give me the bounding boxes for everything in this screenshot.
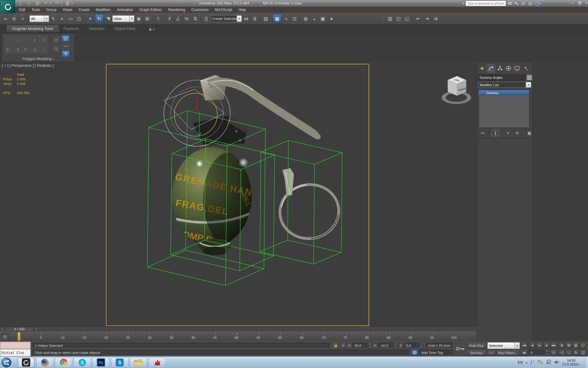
- start-button[interactable]: [1, 357, 12, 368]
- named-selection-sets-dropdown[interactable]: Create Selection Se ▼: [211, 15, 242, 22]
- close-button[interactable]: ×: [584, 1, 588, 5]
- tab-selection[interactable]: Selection: [84, 25, 109, 32]
- tab-motion[interactable]: [505, 65, 513, 72]
- go-to-start-button[interactable]: |◀◀: [521, 342, 528, 348]
- taskbar-photoshop-button[interactable]: Ps: [92, 357, 110, 368]
- search-expand-icon[interactable]: ▸: [463, 2, 464, 5]
- menu-item[interactable]: Tools: [29, 7, 43, 13]
- selection-set-combo[interactable]: Selected ▼: [487, 342, 520, 349]
- polygon-mode-button[interactable]: ▰: [31, 35, 39, 44]
- next-frame-button[interactable]: |▶: [543, 342, 550, 348]
- pin-stack-toggle[interactable]: ⊶: [62, 43, 70, 50]
- zoom-extents-all-button[interactable]: ◱: [580, 342, 586, 348]
- spinner-up-icon[interactable]: ▴: [546, 350, 549, 353]
- maxscript-mini-listener-white[interactable]: Initial Clus: [0, 349, 31, 356]
- time-slider[interactable]: [17, 332, 21, 341]
- curve-editor-button[interactable]: ∿: [282, 14, 290, 23]
- frame-range-indicator[interactable]: 0 / 100: [5, 327, 34, 332]
- select-by-name-button[interactable]: ≡: [58, 14, 66, 23]
- x-coordinate-field[interactable]: 90,0: [352, 343, 368, 348]
- subscription-key-icon[interactable]: [514, 1, 520, 6]
- ribbon-minimize-arrow-icon[interactable]: ▾: [153, 28, 154, 31]
- snaps-toggle[interactable]: 3: [165, 14, 173, 23]
- align-button[interactable]: ≣: [251, 14, 259, 23]
- layer-manager-button[interactable]: ▤: [262, 14, 270, 23]
- ribbon-state-icon[interactable]: ▣: [149, 28, 152, 31]
- viewcube[interactable]: TOP FRONT: [442, 76, 471, 104]
- spinner-up-icon[interactable]: ▴: [394, 343, 397, 346]
- taskbar-explorer-button[interactable]: [130, 357, 147, 368]
- windows-update-icon[interactable]: [538, 360, 543, 365]
- frame-back-button[interactable]: <: [0, 327, 5, 332]
- viewport-label[interactable]: [ + ] [ Perspective ] [ Realistic ]: [2, 63, 53, 68]
- rectangular-selection-region-button[interactable]: ▭: [67, 14, 75, 23]
- preview-subobject-button-3[interactable]: ◩: [22, 45, 30, 53]
- set-key-big-key-icon[interactable]: [455, 346, 465, 352]
- action-center-flag-icon[interactable]: [530, 360, 535, 365]
- select-and-link-button[interactable]: ∞: [2, 14, 10, 23]
- tray-clock[interactable]: 14:53 21.6.2018 г.: [562, 358, 580, 366]
- taskbar-3dsmax-button[interactable]: [17, 357, 35, 368]
- render-production-button[interactable]: ●: [327, 14, 335, 23]
- load-container-button[interactable]: ◱: [403, 14, 411, 23]
- qat-customize-icon[interactable]: ▾: [72, 2, 73, 5]
- inherit-container-button[interactable]: ◰: [395, 14, 403, 23]
- x-spinner[interactable]: ▴ ▾: [368, 343, 372, 348]
- menu-item[interactable]: Group: [43, 7, 60, 13]
- undo-button[interactable]: ↶: [43, 1, 49, 6]
- schematic-view-button[interactable]: ⊡: [291, 14, 299, 23]
- zoom-all-button[interactable]: ⊞: [566, 342, 572, 348]
- window-crossing-toggle[interactable]: ◳: [75, 14, 83, 23]
- y-coordinate-field[interactable]: -50,0: [378, 343, 394, 348]
- volume-icon[interactable]: [554, 360, 559, 365]
- redo-button[interactable]: ↷: [54, 1, 60, 6]
- spinner-down-icon[interactable]: ▾: [420, 346, 423, 349]
- taskbar-skype-button[interactable]: S: [74, 357, 91, 368]
- object-color-swatch[interactable]: [527, 75, 532, 80]
- collapse-stack-up-button[interactable]: ▤: [52, 36, 60, 43]
- redo-dropdown-icon[interactable]: ▾: [61, 2, 62, 5]
- frame-spinner[interactable]: ▴ ▾: [546, 350, 549, 355]
- selection-lock-icon[interactable]: [333, 343, 339, 348]
- spinner-down-icon[interactable]: ▾: [368, 346, 372, 349]
- mirror-button[interactable]: ⋈: [242, 14, 250, 23]
- render-setup-button[interactable]: ◒: [310, 14, 318, 23]
- open-mini-curve-editor-button[interactable]: ⊟: [1, 333, 9, 340]
- spinner-down-icon[interactable]: ▾: [546, 353, 549, 356]
- update-container-button[interactable]: ⇥: [423, 14, 431, 23]
- taskbar-chrome-button[interactable]: [55, 357, 72, 368]
- favorites-star-icon[interactable]: [528, 1, 533, 6]
- grenade-pin-ring[interactable]: [277, 168, 342, 243]
- tab-graphite-modeling-tools[interactable]: Graphite Modeling Tools: [7, 25, 59, 32]
- polygon-modeling-label[interactable]: Polygon Modeling ▾: [2, 57, 75, 61]
- menu-item[interactable]: Rendering: [165, 7, 188, 13]
- select-and-manipulate-button[interactable]: ⊞: [143, 14, 151, 23]
- isolate-selection-toggle[interactable]: [412, 350, 418, 355]
- undo-dropdown-icon[interactable]: ▾: [50, 2, 51, 5]
- create-container-button[interactable]: ▥: [386, 14, 394, 23]
- menu-item[interactable]: Views: [60, 7, 75, 13]
- material-editor-button[interactable]: ◍: [302, 14, 310, 23]
- element-mode-button[interactable]: ▧: [40, 35, 48, 44]
- vertex-mode-button[interactable]: ∷: [4, 35, 13, 44]
- search-input[interactable]: [466, 1, 506, 6]
- select-and-rotate-button[interactable]: ↻: [95, 14, 103, 23]
- spinner-down-icon[interactable]: ▾: [394, 346, 397, 349]
- perspective-viewport[interactable]: GRENADE HAN FRAG,DEL M61 OMP B: [0, 62, 477, 326]
- menu-item[interactable]: Create: [75, 7, 93, 13]
- set-key-button[interactable]: Set Key: [466, 350, 486, 356]
- tab-freeform[interactable]: Freeform: [59, 25, 84, 32]
- z-spinner[interactable]: ▴ ▾: [420, 343, 423, 348]
- keyboard-shortcut-override-toggle[interactable]: ⇧: [154, 14, 162, 23]
- auto-key-button[interactable]: Auto Key: [466, 342, 486, 349]
- restore-button[interactable]: [577, 1, 582, 5]
- border-mode-button[interactable]: ◌: [22, 35, 30, 44]
- pin-stack-button[interactable]: ⊶: [479, 130, 486, 136]
- minimize-button[interactable]: −: [570, 1, 575, 5]
- tab-display[interactable]: [513, 65, 521, 72]
- edge-mode-button[interactable]: ◿: [13, 35, 21, 44]
- save-file-button[interactable]: ▤: [34, 1, 41, 6]
- object-name-field[interactable]: Dummy drajka: [478, 75, 525, 81]
- show-end-result-button[interactable]: ∥: [492, 130, 499, 136]
- edit-named-selection-sets-button[interactable]: {}: [202, 14, 210, 23]
